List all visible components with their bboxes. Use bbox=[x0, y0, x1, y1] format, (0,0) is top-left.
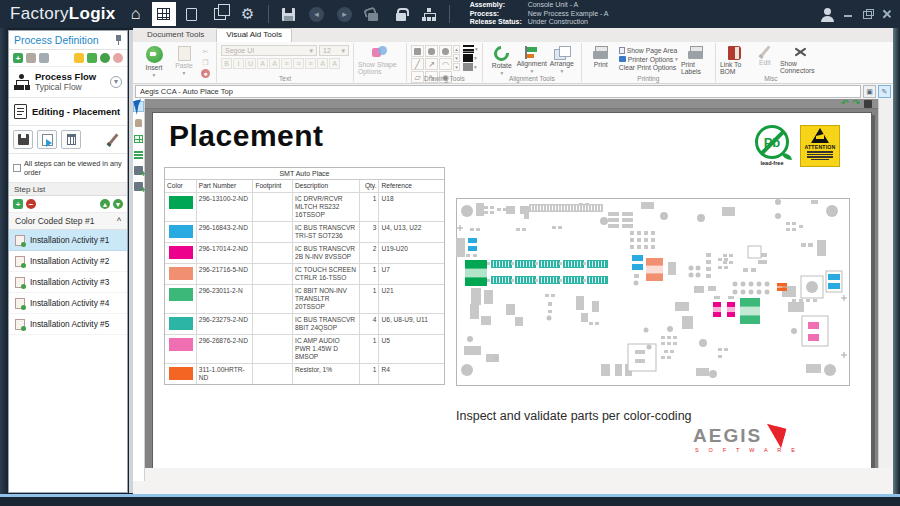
document-title-field[interactable]: Aegis CCA - Auto Place Top bbox=[135, 85, 861, 98]
arrange-button[interactable]: Arrange▾ bbox=[547, 45, 577, 74]
shape-arc-button[interactable]: ◠ bbox=[439, 58, 452, 70]
pan-tool[interactable] bbox=[133, 117, 144, 128]
show-page-area-button[interactable]: Show Page Area bbox=[619, 47, 678, 54]
add-step-icon[interactable]: + bbox=[13, 199, 23, 209]
move-up-icon[interactable]: ▲ bbox=[100, 199, 110, 209]
printer-options-button[interactable]: Printer Options▾ bbox=[619, 56, 678, 63]
show-connectors-button[interactable]: Show Connectors bbox=[780, 45, 822, 74]
template-icon[interactable] bbox=[39, 53, 49, 63]
export-step-button[interactable] bbox=[37, 130, 57, 149]
collapse-icon[interactable]: ^ bbox=[117, 216, 121, 226]
font-size-select[interactable]: 12▾ bbox=[319, 45, 349, 56]
process-definition-tab-icon[interactable] bbox=[152, 2, 176, 26]
edit-button[interactable]: Edit bbox=[750, 45, 780, 66]
close-button[interactable] bbox=[882, 9, 892, 19]
windows-icon[interactable] bbox=[208, 2, 232, 26]
format-button-2[interactable]: U bbox=[245, 58, 256, 69]
move-down-icon[interactable]: ▼ bbox=[113, 199, 123, 209]
shape-rounded-rect-button[interactable] bbox=[425, 45, 438, 57]
format-button-3[interactable]: A bbox=[257, 58, 268, 69]
fill-color-button[interactable]: ▾ bbox=[463, 63, 478, 71]
format-button-9[interactable]: A bbox=[329, 58, 340, 69]
flag-icon[interactable] bbox=[87, 53, 97, 63]
format-button-1[interactable]: I bbox=[233, 58, 244, 69]
rotate-button[interactable]: Rotate▾ bbox=[487, 45, 517, 76]
format-button-5[interactable]: ≡ bbox=[281, 58, 292, 69]
edit-step-button[interactable] bbox=[103, 130, 123, 149]
scroll-mid-icon[interactable]: ▾ bbox=[453, 54, 460, 62]
add-item-tool[interactable] bbox=[133, 165, 144, 176]
image-view-button[interactable]: ▣ bbox=[863, 85, 876, 98]
activate-icon[interactable] bbox=[100, 53, 110, 63]
save-step-button[interactable] bbox=[13, 130, 33, 149]
undo-icon[interactable]: ↶ bbox=[841, 99, 849, 108]
format-button-4[interactable]: A bbox=[269, 58, 280, 69]
vertical-scrollbar[interactable] bbox=[878, 99, 893, 468]
cut-icon[interactable]: ✂ bbox=[201, 47, 210, 56]
canvas-menu-icon[interactable] bbox=[864, 100, 872, 108]
shape-ellipse-button[interactable] bbox=[439, 45, 452, 57]
home-icon[interactable]: ⌂ bbox=[124, 2, 148, 26]
save-icon[interactable] bbox=[277, 2, 301, 26]
favorite-icon[interactable] bbox=[74, 53, 84, 63]
scroll-down-icon[interactable]: ▾ bbox=[453, 63, 460, 71]
ribbon-tab-document-tools[interactable]: Document Tools bbox=[137, 28, 214, 42]
back-icon[interactable]: ◂ bbox=[305, 2, 329, 26]
insert-button[interactable]: Insert▾ bbox=[139, 45, 169, 78]
delete-icon[interactable]: ● bbox=[201, 69, 210, 78]
print-button[interactable]: Print bbox=[586, 45, 616, 68]
format-button-7[interactable]: ≡ bbox=[305, 58, 316, 69]
process-flow-section[interactable]: Process FlowTypical Flow ▾ bbox=[9, 67, 127, 98]
forward-icon[interactable]: ▸ bbox=[333, 2, 357, 26]
redo-icon[interactable]: ↷ bbox=[852, 99, 860, 108]
table-tool[interactable] bbox=[133, 133, 144, 144]
link-to-bom-button[interactable]: Link To BOM bbox=[720, 45, 750, 75]
copy-icon[interactable] bbox=[26, 53, 36, 63]
order-checkbox[interactable] bbox=[13, 164, 21, 172]
shape-rect-button[interactable] bbox=[411, 45, 424, 57]
add-icon[interactable]: + bbox=[13, 53, 23, 63]
step-item[interactable]: Installation Activity #4 bbox=[9, 293, 127, 314]
clear-print-options-button[interactable]: Clear Print Options bbox=[619, 64, 678, 71]
scroll-up-icon[interactable]: ▴ bbox=[453, 45, 460, 53]
color-coded-step-header[interactable]: Color Coded Step #1^ bbox=[9, 213, 127, 230]
edit-view-button[interactable]: ✎ bbox=[878, 85, 891, 98]
step-item[interactable]: Installation Activity #5 bbox=[9, 314, 127, 335]
lock-icon[interactable] bbox=[389, 2, 413, 26]
shape-line-button[interactable]: ╱ bbox=[411, 58, 424, 70]
documents-icon[interactable] bbox=[180, 2, 204, 26]
paste-button[interactable]: Paste▾ bbox=[169, 45, 199, 76]
settings-gear-icon[interactable]: ⚙ bbox=[236, 2, 260, 26]
step-item[interactable]: Installation Activity #3 bbox=[9, 272, 127, 293]
deactivate-icon[interactable] bbox=[113, 53, 123, 63]
expand-icon[interactable]: ▾ bbox=[110, 76, 122, 88]
step-item[interactable]: Installation Activity #2 bbox=[9, 251, 127, 272]
title-bar: FactoryLogix ⌂ ⚙ ◂ ▸ Assembly:Console Un… bbox=[0, 0, 900, 28]
print-labels-button[interactable]: Print Labels bbox=[681, 45, 711, 75]
line-color-button[interactable]: ▾ bbox=[463, 54, 478, 62]
list-tool[interactable] bbox=[133, 149, 144, 160]
show-shape-options-button[interactable]: Show Shape Options bbox=[358, 45, 402, 75]
restore-button[interactable] bbox=[863, 9, 873, 19]
shape-arrow-button[interactable]: ↗ bbox=[425, 58, 438, 70]
alignment-button[interactable]: Alignment▾ bbox=[517, 45, 547, 74]
step-item[interactable]: Installation Activity #1 bbox=[9, 230, 127, 251]
line-width-button[interactable]: ▾ bbox=[463, 45, 478, 53]
format-button-6[interactable]: ≡ bbox=[293, 58, 304, 69]
process-tree-icon[interactable] bbox=[417, 2, 441, 26]
minimize-button[interactable] bbox=[844, 9, 854, 19]
document-canvas[interactable]: ↶ ↷ Placement Pb lead-free ATTENTION bbox=[145, 99, 878, 468]
select-tool[interactable] bbox=[133, 101, 144, 112]
remove-step-icon[interactable]: − bbox=[26, 199, 36, 209]
user-icon[interactable] bbox=[821, 8, 835, 21]
ribbon-tab-visual-aid-tools[interactable]: Visual Aid Tools bbox=[216, 28, 292, 42]
font-name-select[interactable]: Segoe UI▾ bbox=[221, 45, 317, 56]
format-button-8[interactable]: A bbox=[317, 58, 328, 69]
step-label: Installation Activity #3 bbox=[30, 277, 109, 287]
delete-step-button[interactable] bbox=[61, 130, 81, 149]
copy-small-icon[interactable]: ❐ bbox=[201, 58, 210, 67]
unlock-icon[interactable] bbox=[361, 2, 385, 26]
add-step-tool[interactable] bbox=[133, 181, 144, 192]
format-button-0[interactable]: B bbox=[221, 58, 232, 69]
pin-icon[interactable] bbox=[115, 35, 122, 45]
